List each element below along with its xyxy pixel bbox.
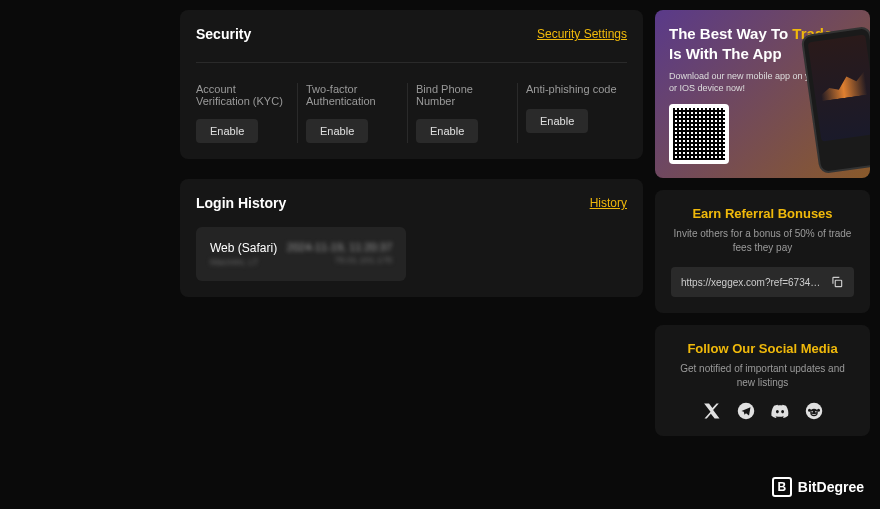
enable-button[interactable]: Enable: [306, 119, 368, 143]
security-item-kyc: Account Verification (KYC) Enable: [196, 83, 298, 143]
referral-link-box: https://xeggex.com?ref=67348c39…: [671, 267, 854, 297]
svg-point-6: [811, 411, 813, 413]
app-promo-card: The Best Way To Trade Is With The App Do…: [655, 10, 870, 178]
login-timestamp: 2024-11-19, 11:20:37: [287, 241, 392, 253]
qr-code[interactable]: [669, 104, 729, 164]
svg-point-3: [810, 409, 818, 417]
login-history-title: Login History: [196, 195, 286, 211]
social-description: Get notified of important updates and ne…: [671, 362, 854, 390]
enable-button[interactable]: Enable: [526, 109, 588, 133]
social-card: Follow Our Social Media Get notified of …: [655, 325, 870, 436]
login-browser: Web (Safari): [210, 241, 277, 255]
history-link[interactable]: History: [590, 196, 627, 210]
security-label: Account Verification (KYC): [196, 83, 289, 107]
enable-button[interactable]: Enable: [416, 119, 478, 143]
discord-icon[interactable]: [771, 402, 789, 420]
security-item-phone: Bind Phone Number Enable: [408, 83, 518, 143]
watermark: B BitDegree: [772, 477, 864, 497]
social-title: Follow Our Social Media: [671, 341, 854, 356]
referral-title: Earn Referral Bonuses: [671, 206, 854, 221]
security-label: Bind Phone Number: [416, 83, 509, 107]
security-label: Anti-phishing code: [526, 83, 619, 97]
security-title: Security: [196, 26, 251, 42]
security-item-antiphishing: Anti-phishing code Enable: [518, 83, 627, 143]
login-detail: Macmini, LT: [210, 257, 277, 267]
svg-point-4: [808, 409, 811, 412]
watermark-text: BitDegree: [798, 479, 864, 495]
svg-point-5: [817, 409, 820, 412]
svg-point-7: [815, 411, 817, 413]
security-label: Two-factor Authentication: [306, 83, 399, 107]
reddit-icon[interactable]: [805, 402, 823, 420]
bitdegree-logo-icon: B: [772, 477, 792, 497]
referral-url: https://xeggex.com?ref=67348c39…: [681, 277, 822, 288]
login-ip: 78.01.101.178: [287, 255, 392, 265]
security-settings-link[interactable]: Security Settings: [537, 27, 627, 41]
security-item-2fa: Two-factor Authentication Enable: [298, 83, 408, 143]
referral-description: Invite others for a bonus of 50% of trad…: [671, 227, 854, 255]
copy-icon[interactable]: [830, 275, 844, 289]
security-card: Security Security Settings Account Verif…: [180, 10, 643, 159]
enable-button[interactable]: Enable: [196, 119, 258, 143]
login-entry: Web (Safari) Macmini, LT 2024-11-19, 11:…: [196, 227, 406, 281]
telegram-icon[interactable]: [737, 402, 755, 420]
x-twitter-icon[interactable]: [703, 402, 721, 420]
svg-rect-0: [835, 281, 841, 287]
login-history-card: Login History History Web (Safari) Macmi…: [180, 179, 643, 297]
referral-card: Earn Referral Bonuses Invite others for …: [655, 190, 870, 313]
